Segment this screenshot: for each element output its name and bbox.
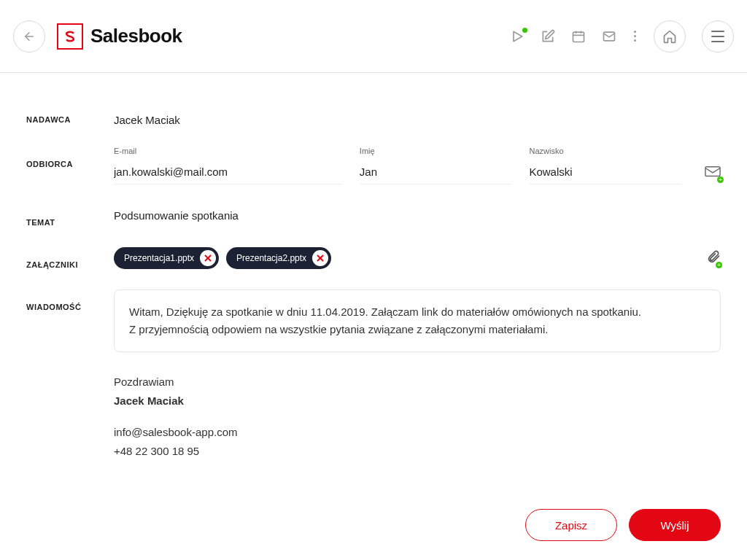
signature-email: info@salesbook-app.com <box>114 423 721 442</box>
attachment-chip: Prezentacja1.pptx <box>114 247 219 269</box>
remove-attachment-button[interactable] <box>200 250 216 266</box>
menu-button[interactable] <box>702 20 734 52</box>
signature-name: Jacek Maciak <box>114 392 721 411</box>
close-icon <box>317 254 324 262</box>
edit-button[interactable] <box>541 29 555 44</box>
first-name-label: Imię <box>360 147 512 155</box>
svg-rect-2 <box>573 32 584 42</box>
sender-label: NADAWCA <box>26 102 114 124</box>
message-line: Z przyjemnością odpowiem na wszystkie py… <box>129 321 705 338</box>
attachment-name: Prezentacja2.pptx <box>236 253 306 263</box>
calendar-icon <box>571 29 586 44</box>
email-label: E-mail <box>114 147 342 155</box>
burger-icon <box>711 31 724 42</box>
signature-block: Pozdrawiam Jacek Maciak info@salesbook-a… <box>114 373 721 460</box>
close-icon <box>204 254 212 262</box>
attachment-chip: Prezentacja2.pptx <box>226 247 331 269</box>
plus-badge: + <box>716 262 722 268</box>
arrow-left-icon <box>23 30 36 43</box>
save-button[interactable]: Zapisz <box>525 509 617 541</box>
email-field[interactable] <box>114 160 342 184</box>
message-line: Witam, Dziękuję za spotkanie w dniu 11.0… <box>129 303 705 321</box>
add-attachment-button[interactable]: + <box>706 249 721 267</box>
calendar-button[interactable] <box>571 29 586 44</box>
footer-actions: Zapisz Wyślij <box>525 509 721 541</box>
attachments-label: ZAŁĄCZNIKI <box>26 247 114 269</box>
more-button[interactable] <box>632 31 638 42</box>
subject-field[interactable] <box>114 205 721 226</box>
svg-marker-1 <box>514 31 522 41</box>
email-form: NADAWCA Jacek Maciak ODBIORCA E-mail Imi… <box>0 73 747 460</box>
message-row: WIADOMOŚĆ Witam, Dziękuję za spotkanie w… <box>26 289 721 352</box>
plus-badge: + <box>717 176 724 183</box>
add-contact-button[interactable]: + <box>705 166 721 182</box>
brand-logo-icon <box>57 23 83 50</box>
mail-icon <box>602 29 616 44</box>
status-dot <box>522 28 527 33</box>
send-button[interactable]: Wyślij <box>629 509 721 541</box>
home-button[interactable] <box>654 20 686 52</box>
remove-attachment-button[interactable] <box>312 250 328 266</box>
play-button[interactable] <box>510 29 525 44</box>
signature-phone: +48 22 300 18 95 <box>114 442 721 461</box>
mail-button[interactable] <box>602 29 616 44</box>
message-label: WIADOMOŚĆ <box>26 289 114 311</box>
subject-label: TEMAT <box>26 205 114 227</box>
recipient-label: ODBIORCA <box>26 147 114 168</box>
first-name-field[interactable] <box>360 160 512 184</box>
brand: Salesbook <box>57 23 182 50</box>
back-button[interactable] <box>13 20 45 52</box>
sender-name: Jacek Maciak <box>114 102 180 126</box>
svg-rect-7 <box>705 167 720 176</box>
signature-greeting: Pozdrawiam <box>114 373 721 392</box>
edit-icon <box>541 29 555 44</box>
attachments-row: ZAŁĄCZNIKI Prezentacja1.pptx Prezentacja… <box>26 247 721 269</box>
recipient-row: ODBIORCA E-mail Imię Nazwisko + <box>26 147 721 184</box>
last-name-label: Nazwisko <box>529 147 681 155</box>
home-icon <box>662 29 677 44</box>
message-textarea[interactable]: Witam, Dziękuję za spotkanie w dniu 11.0… <box>114 289 721 352</box>
attachment-name: Prezentacja1.pptx <box>124 253 194 263</box>
subject-row: TEMAT <box>26 205 721 227</box>
sender-row: NADAWCA Jacek Maciak <box>26 102 721 126</box>
brand-name: Salesbook <box>90 25 182 47</box>
app-header: Salesbook <box>0 0 747 73</box>
last-name-field[interactable] <box>529 160 681 184</box>
header-actions <box>510 20 734 52</box>
